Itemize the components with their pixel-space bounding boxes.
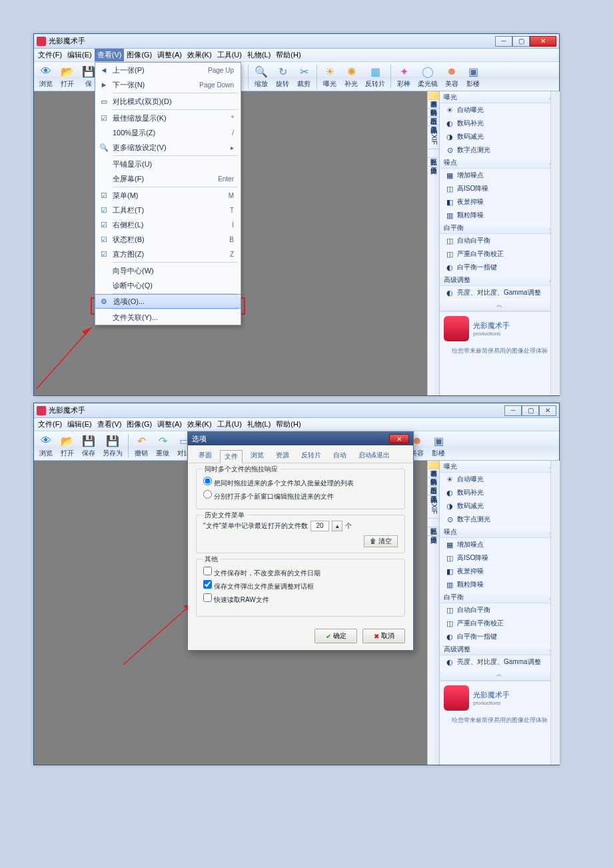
panel-item[interactable]: ▥颗粒降噪 (440, 209, 559, 222)
menu-gifts[interactable]: 礼物(L) (245, 418, 273, 431)
menu-gifts[interactable]: 礼物(L) (245, 49, 273, 61)
menu-tools[interactable]: 工具(U) (215, 418, 245, 431)
view-menu-item[interactable]: 🔍更多缩放设定(V)▸ (95, 140, 241, 155)
minimize-button[interactable]: ─ (504, 405, 522, 416)
panel-item[interactable]: ▦增加噪点 (440, 169, 559, 182)
menu-effect[interactable]: 效果(K) (185, 418, 215, 431)
tb-browse[interactable]: 👁浏览 (35, 63, 57, 90)
panel-item[interactable]: ▦增加噪点 (440, 538, 559, 551)
tb-rotate[interactable]: ↻旋转 (272, 63, 293, 90)
panel-section-header[interactable]: 白平衡︽ (440, 222, 559, 234)
view-menu-item[interactable]: ►下一张(N)Page Down (95, 77, 241, 92)
panel-item[interactable]: ⊙数字点测光 (440, 143, 559, 157)
tb-fill[interactable]: ✺补光 (340, 63, 362, 90)
panel-item[interactable]: ☀自动曝光 (440, 103, 559, 117)
tab-tools[interactable]: 便捷工具 (428, 487, 439, 495)
menu-file[interactable]: 文件(F) (35, 49, 65, 61)
panel-item[interactable]: ◐数码补光 (440, 486, 559, 499)
menu-file[interactable]: 文件(F) (35, 418, 65, 431)
menu-tools[interactable]: 工具(U) (215, 49, 245, 61)
tab-community[interactable]: 光影社区 (428, 519, 439, 527)
tb-zoom[interactable]: 🔍缩放 (251, 63, 272, 90)
view-menu-item[interactable]: ◄上一张(P)Page Up (95, 63, 241, 77)
panel-section-header[interactable]: 曝光︽ (440, 461, 559, 473)
panel-item[interactable]: ◫自动白平衡 (440, 234, 559, 247)
menu-edit[interactable]: 编辑(E) (65, 49, 95, 61)
view-menu-item[interactable]: ☑直方图(Z)Z (95, 247, 241, 261)
panel-item[interactable]: ◑数码减光 (440, 130, 559, 143)
tb-exposure[interactable]: ☀曝光 (319, 63, 340, 90)
view-menu-item[interactable]: 全屏幕(F)Enter (95, 171, 241, 186)
tb-open[interactable]: 📂打开 (57, 432, 78, 459)
panel-item[interactable]: ◐白平衡一指键 (440, 630, 559, 643)
tb-beauty[interactable]: ☻美容 (441, 63, 462, 90)
panel-item[interactable]: ◧夜景抑噪 (440, 565, 559, 578)
maximize-button[interactable]: ▢ (522, 405, 539, 416)
tb-crop[interactable]: ✂裁剪 (293, 63, 314, 90)
menu-adjust[interactable]: 调整(A) (155, 418, 185, 431)
tab-exif[interactable]: EXIF (428, 495, 439, 519)
panel-section-header[interactable]: 噪点︽ (440, 526, 559, 538)
menu-effect[interactable]: 效果(K) (185, 49, 215, 61)
tb-open[interactable]: 📂打开 (57, 63, 78, 90)
tab-basic[interactable]: 基本调整 (428, 461, 439, 469)
chk-raw[interactable]: 快速读取RAW文件 (203, 593, 398, 605)
tb-save[interactable]: 💾保存 (78, 432, 99, 459)
tb-undo[interactable]: ↶撤销 (131, 432, 152, 459)
view-menu-item[interactable]: ☑最佳缩放显示(K)* (95, 111, 241, 125)
menu-image[interactable]: 图像(G) (124, 49, 155, 61)
view-menu-item[interactable]: ▭对比模式(双页)(D) (95, 94, 241, 109)
view-menu-item[interactable]: ☑工具栏(T)T (95, 203, 241, 217)
view-menu-item[interactable]: 诊断中心(Q) (95, 278, 241, 293)
close-button[interactable]: ✕ (530, 36, 556, 47)
tab-exif[interactable]: EXIF (428, 126, 439, 149)
panel-item[interactable]: ◫高ISO降噪 (440, 551, 559, 565)
panel-item[interactable]: ▥颗粒降噪 (440, 578, 559, 591)
tab-darkroom[interactable]: 数码暗房 (428, 100, 439, 109)
panel-item[interactable]: ◫自动白平衡 (440, 603, 559, 617)
tb-soft[interactable]: ◯柔光镜 (414, 63, 441, 90)
dlg-tab-file[interactable]: 文件 (220, 450, 243, 463)
scrollbar[interactable] (550, 461, 560, 765)
tb-studio[interactable]: ▣影楼 (462, 63, 484, 90)
tab-history[interactable]: 操作历史 (428, 158, 439, 167)
menu-view[interactable]: 查看(V) (95, 418, 125, 431)
radio-newwin[interactable]: 分别打开多个新窗口编辑拖拉进来的文件 (203, 490, 398, 501)
radio-batch[interactable]: 把同时拖拉进来的多个文件加入批量处理的列表 (203, 477, 398, 488)
menu-edit[interactable]: 编辑(E) (65, 418, 95, 431)
tb-wand[interactable]: ✦彩棒 (393, 63, 414, 90)
panel-item[interactable]: ◫高ISO降噪 (440, 182, 559, 195)
menu-help[interactable]: 帮助(H) (273, 418, 303, 431)
panel-item[interactable]: ◐亮度、对比度、Gamma调整 (440, 655, 559, 669)
panel-section-header[interactable]: 高级调整︽ (440, 643, 559, 655)
menu-image[interactable]: 图像(G) (124, 418, 155, 431)
tab-basic[interactable]: 基本调整 (428, 91, 439, 100)
dlg-tab-auto[interactable]: 自动 (329, 449, 350, 463)
scrollbar[interactable] (550, 91, 560, 395)
tab-frame[interactable]: 边框图层 (428, 109, 439, 117)
menu-view[interactable]: 查看(V) (95, 49, 125, 61)
tb-browse[interactable]: 👁浏览 (35, 432, 57, 459)
chk-keepdate[interactable]: 文件保存时，不改变原有的文件日期 (203, 567, 398, 578)
tab-darkroom[interactable]: 数码暗房 (428, 469, 439, 478)
history-spin[interactable]: ▴ (332, 521, 342, 531)
close-button[interactable]: ✕ (539, 405, 556, 416)
view-menu-item[interactable]: 平铺显示(U) (95, 157, 241, 171)
panel-item[interactable]: ◐数码补光 (440, 117, 559, 130)
panel-item[interactable]: ◐亮度、对比度、Gamma调整 (440, 286, 559, 299)
panel-section-header[interactable]: 白平衡︽ (440, 591, 559, 603)
tab-history[interactable]: 操作历史 (428, 527, 439, 536)
history-count-input[interactable]: 20 (310, 521, 329, 531)
dlg-tab-reversal[interactable]: 反转片 (297, 449, 325, 463)
clear-button[interactable]: 🗑 清空 (364, 535, 398, 547)
tb-flip[interactable]: ▦反转片 (362, 63, 388, 90)
maximize-button[interactable]: ▢ (512, 36, 530, 47)
cancel-button[interactable]: ✖取消 (362, 629, 405, 643)
tb-redo[interactable]: ↷重做 (152, 432, 173, 459)
dlg-tab-browse[interactable]: 浏览 (247, 449, 268, 463)
panel-item[interactable]: ◫严重白平衡校正 (440, 617, 559, 630)
tab-community[interactable]: 光影社区 (428, 149, 439, 158)
view-menu-item[interactable]: ☑右侧栏(L)I (95, 217, 241, 232)
dlg-tab-resources[interactable]: 资源 (272, 449, 293, 463)
panel-item[interactable]: ☀自动曝光 (440, 473, 559, 486)
